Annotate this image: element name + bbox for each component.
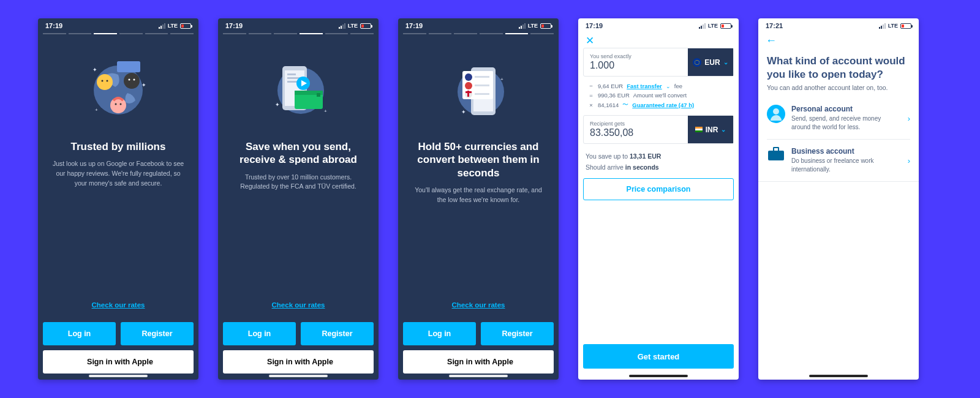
home-indicator (89, 375, 148, 377)
check-rates-link[interactable]: Check our rates (272, 301, 325, 309)
slide-title: Trusted by millions (38, 140, 198, 159)
sign-in-apple-button[interactable]: Sign in with Apple (403, 350, 554, 374)
svg-rect-34 (475, 76, 489, 78)
page-indicator (398, 31, 559, 39)
page-title: What kind of account would you like to o… (758, 50, 919, 84)
flag-in-icon (695, 127, 703, 132)
send-currency-picker[interactable]: EUR ⌄ (688, 48, 733, 76)
status-time: 17:21 (766, 22, 783, 29)
illustration-currencies-phone: ✦ + (398, 39, 559, 140)
briefcase-icon (767, 147, 785, 160)
receive-currency-picker[interactable]: INR ⌄ (688, 116, 733, 143)
network-label: LTE (348, 23, 358, 29)
signal-icon (699, 23, 706, 29)
send-amount-input[interactable]: 1.000 (590, 60, 682, 71)
signal-icon (159, 23, 165, 29)
svg-text:✦: ✦ (275, 102, 280, 108)
network-label: LTE (528, 23, 538, 29)
guaranteed-rate-link[interactable]: Guaranteed rate (47 h) (632, 102, 694, 108)
status-time: 17:19 (225, 22, 243, 29)
svg-point-2 (97, 74, 113, 90)
status-bar: 17:19 LTE (38, 18, 198, 31)
signal-icon (339, 23, 345, 29)
battery-icon (720, 23, 731, 29)
chevron-right-icon: › (908, 114, 910, 123)
login-button[interactable]: Log in (403, 322, 476, 345)
login-button[interactable]: Log in (223, 322, 296, 345)
page-indicator (218, 31, 379, 39)
svg-text:✦: ✦ (141, 82, 146, 88)
rate-trend-icon: 〜 (622, 101, 628, 109)
svg-rect-26 (317, 93, 320, 97)
svg-point-35 (465, 82, 472, 89)
page-subtitle: You can add another account later on, to… (758, 84, 919, 100)
sign-in-apple-button[interactable]: Sign in with Apple (43, 350, 194, 374)
chevron-down-icon: ⌄ (666, 83, 671, 89)
register-button[interactable]: Register (301, 322, 374, 345)
battery-icon (180, 23, 191, 29)
signal-icon (879, 23, 886, 29)
svg-point-3 (102, 80, 104, 81)
back-icon[interactable]: ← (766, 34, 777, 47)
check-rates-link[interactable]: Check our rates (452, 301, 505, 309)
status-bar: 17:19 LTE (578, 18, 739, 31)
status-time: 17:19 (586, 22, 603, 29)
home-indicator (269, 375, 328, 377)
status-bar: 17:19 LTE (398, 18, 559, 31)
svg-text:+: + (95, 107, 98, 113)
status-bar: 17:21 LTE (758, 18, 919, 31)
equals-icon: = (588, 92, 594, 99)
price-comparison-button[interactable]: Price comparison (583, 178, 734, 200)
check-rates-link[interactable]: Check our rates (92, 301, 145, 309)
page-indicator (38, 31, 198, 39)
option-title: Business account (791, 147, 902, 156)
home-indicator (449, 375, 508, 377)
receive-amount-input[interactable]: 83.350,08 (590, 127, 682, 138)
fast-transfer-link[interactable]: Fast transfer (627, 83, 662, 89)
register-button[interactable]: Register (481, 322, 554, 345)
svg-rect-36 (475, 84, 489, 86)
home-indicator (809, 375, 868, 377)
receive-label: Recipient gets (590, 121, 682, 127)
network-label: LTE (708, 23, 718, 29)
personal-account-option[interactable]: Personal account Send, spend, and receiv… (758, 100, 919, 137)
option-desc: Do business or freelance work internatio… (791, 157, 902, 174)
chevron-down-icon: ⌄ (721, 126, 726, 133)
status-time: 17:19 (405, 22, 423, 29)
svg-text:+: + (500, 77, 503, 82)
fee-line: × 84,1614 〜 Guaranteed rate (47 h) (583, 100, 734, 110)
sign-in-apple-button[interactable]: Sign in with Apple (223, 350, 374, 374)
arrival-text: Should arrive in seconds (578, 163, 739, 175)
svg-text:✦: ✦ (461, 109, 466, 115)
fee-line: = 990,36 EUR Amount we'll convert (583, 91, 734, 100)
status-bar: 17:19 LTE (218, 18, 379, 31)
slide-subtitle: Trusted by over 10 million customers. Re… (218, 173, 379, 192)
network-label: LTE (888, 23, 898, 29)
receive-card: Recipient gets 83.350,08 INR ⌄ (583, 115, 734, 144)
person-icon (767, 105, 785, 123)
flag-eu-icon (693, 58, 701, 67)
divider (767, 139, 910, 140)
svg-point-10 (120, 103, 122, 105)
fee-breakdown: − 9,64 EUR Fast transfer ⌄ fee = 990,36 … (578, 81, 739, 114)
onboarding-slide-3: 17:19 LTE ✦ + Hold 50+ currencies and co… (398, 18, 559, 380)
login-button[interactable]: Log in (43, 322, 116, 345)
battery-icon (540, 23, 551, 29)
illustration-globe-people: ✦ ✦ + (38, 39, 198, 140)
svg-text:+: + (324, 108, 327, 114)
multiply-icon: × (588, 102, 594, 108)
chevron-down-icon: ⌄ (723, 59, 728, 66)
network-label: LTE (168, 23, 178, 29)
get-started-button[interactable]: Get started (583, 344, 734, 369)
svg-point-9 (115, 103, 117, 105)
business-account-option[interactable]: Business account Do business or freelanc… (758, 142, 919, 179)
svg-point-4 (107, 80, 108, 81)
send-card: You send exactly 1.000 EUR ⌄ (583, 48, 734, 77)
minus-icon: − (588, 83, 594, 89)
battery-icon (900, 23, 911, 29)
svg-point-33 (465, 73, 472, 81)
register-button[interactable]: Register (121, 322, 194, 345)
onboarding-slide-2: 17:19 LTE ✦ + Save when you send, receiv… (218, 18, 379, 380)
svg-rect-39 (467, 91, 469, 97)
close-icon[interactable]: ✕ (586, 34, 595, 44)
